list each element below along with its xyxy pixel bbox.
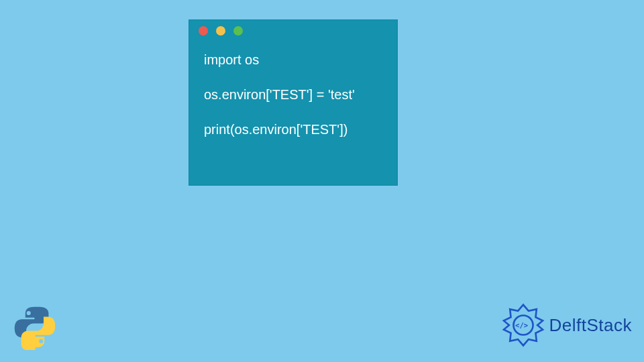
window-titlebar (189, 20, 397, 42)
close-icon (199, 26, 208, 36)
python-logo-icon (12, 304, 58, 350)
code-window: import os os.environ['TEST'] = 'test' pr… (189, 19, 398, 186)
code-snippet: import os os.environ['TEST'] = 'test' pr… (189, 42, 397, 153)
maximize-icon (233, 26, 243, 36)
minimize-icon (216, 26, 225, 36)
svg-text:</>: </> (515, 321, 528, 329)
brand-name: DelftStack (549, 315, 633, 336)
brand-badge: </> DelftStack (501, 303, 633, 347)
brand-ornament-icon: </> (501, 303, 545, 347)
